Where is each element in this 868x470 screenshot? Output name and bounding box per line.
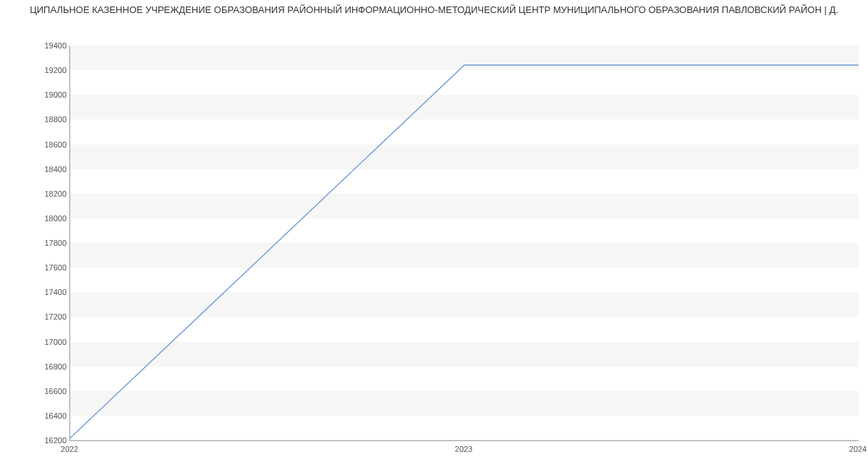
y-tick-label: 17200 [44,312,67,321]
y-tick-label: 16400 [44,411,67,420]
y-tick-label: 18800 [44,115,67,124]
x-tick-label: 2024 [849,445,867,453]
y-tick-label: 18400 [44,165,67,174]
y-tick-label: 18000 [44,214,67,223]
y-tick-label: 16200 [44,436,67,445]
plot-area [69,46,859,441]
x-tick-label: 2022 [61,445,78,453]
line-layer [70,46,859,440]
y-tick-label: 18600 [44,140,67,149]
y-tick-label: 17600 [44,263,67,272]
series-line [70,65,859,438]
chart-title: ЦИПАЛЬНОЕ КАЗЕННОЕ УЧРЕЖДЕНИЕ ОБРАЗОВАНИ… [0,0,868,17]
y-tick-label: 17400 [44,288,67,296]
y-tick-label: 19000 [44,90,67,99]
y-tick-label: 19400 [44,41,67,50]
y-tick-label: 19200 [44,66,67,74]
y-tick-label: 17800 [44,239,67,247]
y-tick-label: 16600 [44,387,67,396]
y-tick-label: 16800 [44,362,67,371]
x-tick-label: 2023 [455,445,472,453]
y-tick-label: 17000 [44,338,67,346]
chart-container: 1620016400166001680017000172001740017600… [0,17,868,465]
y-tick-label: 18200 [44,189,67,198]
